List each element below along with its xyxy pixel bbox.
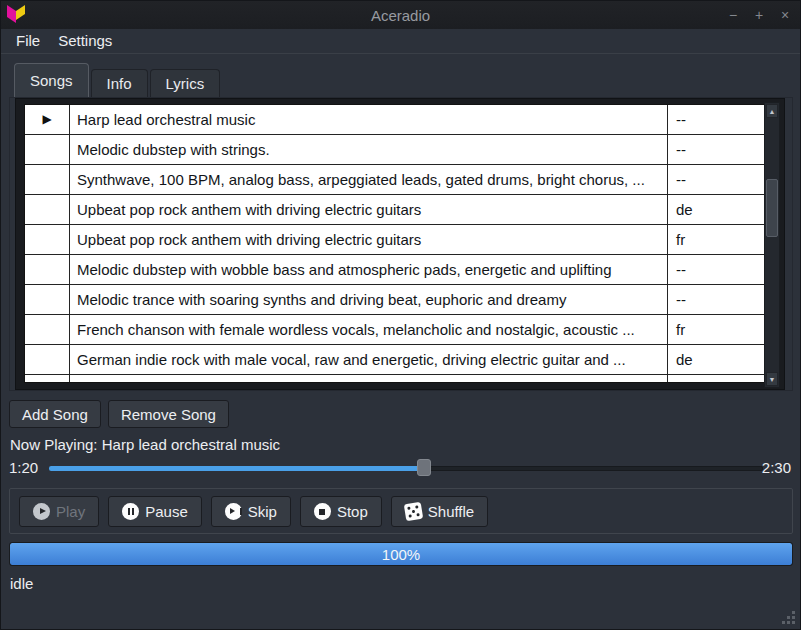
table-row[interactable]: Upbeat pop rock anthem with driving elec… (25, 225, 765, 255)
library-buttons: Add Song Remove Song (9, 400, 229, 428)
pause-icon (122, 503, 139, 520)
menu-bar: File Settings (1, 29, 800, 54)
song-lang-cell[interactable]: -- (668, 285, 765, 314)
scrollbar-thumb[interactable] (766, 179, 778, 237)
song-playing-cell[interactable] (25, 135, 70, 164)
slider-handle[interactable] (417, 459, 431, 476)
window-controls: − + × (720, 1, 798, 29)
menu-item-file[interactable]: File (7, 29, 49, 53)
song-title-cell[interactable]: Upbeat pop rock anthem with driving elec… (70, 225, 668, 254)
song-title-cell[interactable]: German indie rock with male vocal, raw a… (70, 345, 668, 374)
scroll-up-button[interactable]: ▲ (766, 104, 778, 118)
song-lang-cell[interactable]: -- (668, 165, 765, 194)
song-title-cell[interactable]: Melodic dubstep with strings. (70, 135, 668, 164)
table-row[interactable]: Synthwave, 100 BPM, analog bass, arpeggi… (25, 165, 765, 195)
skip-icon (225, 503, 242, 520)
song-lang-cell[interactable] (668, 375, 765, 383)
playback-buttons: Play Pause Skip Stop Shuffle (10, 489, 792, 527)
table-row[interactable]: Melodic dubstep with strings. -- (25, 135, 765, 165)
song-playing-cell[interactable] (25, 225, 70, 254)
song-title-cell[interactable]: Melodic trance with soaring synths and d… (70, 285, 668, 314)
stop-button[interactable]: Stop (300, 496, 382, 527)
song-title-cell[interactable]: Upbeat pop rock anthem with driving elec… (70, 195, 668, 224)
song-playing-cell[interactable] (25, 285, 70, 314)
song-playing-cell[interactable]: ▶ (25, 105, 70, 134)
table-row[interactable] (25, 375, 765, 383)
vertical-scrollbar[interactable]: ▲ ▼ (764, 102, 780, 388)
shuffle-button[interactable]: Shuffle (391, 496, 488, 527)
play-button[interactable]: Play (19, 496, 99, 527)
progress-bar: 100% (9, 542, 793, 566)
song-title-cell[interactable]: Melodic dubstep with wobble bass and atm… (70, 255, 668, 284)
songs-tab-pane: ▶ Harp lead orchestral music -- Melodic … (9, 97, 793, 391)
tab-info[interactable]: Info (91, 69, 148, 97)
minimize-button[interactable]: − (720, 3, 746, 27)
pause-button[interactable]: Pause (108, 496, 202, 527)
table-row[interactable]: Melodic trance with soaring synths and d… (25, 285, 765, 315)
song-playing-cell[interactable] (25, 165, 70, 194)
stop-icon (314, 503, 331, 520)
window-title: Aceradio (1, 7, 800, 24)
now-playing-label: Now Playing: Harp lead orchestral music (10, 436, 280, 453)
song-lang-cell[interactable]: fr (668, 315, 765, 344)
total-time: 2:30 (762, 459, 791, 476)
song-title-cell[interactable]: Harp lead orchestral music (70, 105, 668, 134)
song-playing-cell[interactable] (25, 345, 70, 374)
song-playing-cell[interactable] (25, 375, 70, 383)
song-playing-cell[interactable] (25, 195, 70, 224)
tab-songs[interactable]: Songs (14, 63, 89, 97)
song-lang-cell[interactable]: -- (668, 105, 765, 134)
song-title-cell[interactable]: Synthwave, 100 BPM, analog bass, arpeggi… (70, 165, 668, 194)
seek-row: 1:20 2:30 (1, 457, 800, 479)
song-playing-cell[interactable] (25, 315, 70, 344)
song-lang-cell[interactable]: -- (668, 135, 765, 164)
table-row[interactable]: French chanson with female wordless voca… (25, 315, 765, 345)
slider-fill (49, 466, 424, 471)
song-lang-cell[interactable]: de (668, 195, 765, 224)
song-title-cell[interactable]: French chanson with female wordless voca… (70, 315, 668, 344)
resize-grip[interactable] (782, 611, 796, 625)
app-window: Aceradio − + × File Settings Songs Info … (0, 0, 801, 630)
elapsed-time: 1:20 (9, 459, 38, 476)
table-row[interactable]: ▶ Harp lead orchestral music -- (25, 105, 765, 135)
remove-song-button[interactable]: Remove Song (108, 400, 229, 428)
shuffle-icon (404, 502, 423, 521)
menu-item-settings[interactable]: Settings (49, 29, 121, 53)
maximize-button[interactable]: + (746, 3, 772, 27)
song-lang-cell[interactable]: de (668, 345, 765, 374)
skip-button[interactable]: Skip (211, 496, 291, 527)
table-row[interactable]: German indie rock with male vocal, raw a… (25, 345, 765, 375)
songs-table: ▶ Harp lead orchestral music -- Melodic … (15, 98, 785, 390)
table-row[interactable]: Upbeat pop rock anthem with driving elec… (25, 195, 765, 225)
scroll-down-button[interactable]: ▼ (766, 372, 778, 386)
add-song-button[interactable]: Add Song (9, 400, 101, 428)
play-icon (33, 503, 50, 520)
song-title-cell[interactable] (70, 375, 668, 383)
seek-slider[interactable] (49, 457, 763, 479)
close-button[interactable]: × (772, 3, 798, 27)
progress-bar-label: 100% (10, 543, 792, 566)
song-lang-cell[interactable]: fr (668, 225, 765, 254)
status-text: idle (10, 575, 33, 592)
songs-table-body: ▶ Harp lead orchestral music -- Melodic … (24, 104, 766, 383)
table-row[interactable]: Melodic dubstep with wobble bass and atm… (25, 255, 765, 285)
tab-bar: Songs Info Lyrics (14, 63, 222, 97)
tab-lyrics[interactable]: Lyrics (150, 69, 221, 97)
title-bar: Aceradio − + × (1, 1, 800, 29)
song-lang-cell[interactable]: -- (668, 255, 765, 284)
playback-controls-frame: Play Pause Skip Stop Shuffle (9, 488, 793, 534)
song-playing-cell[interactable] (25, 255, 70, 284)
